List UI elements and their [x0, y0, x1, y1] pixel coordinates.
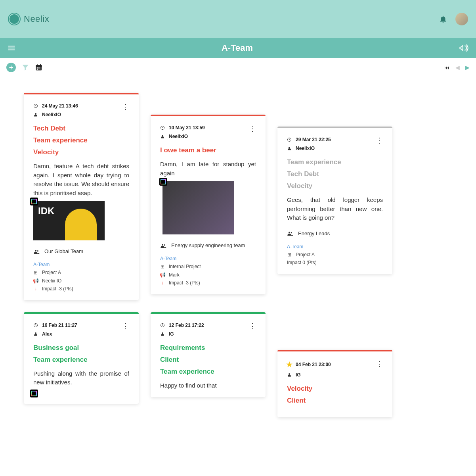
notifications-icon[interactable]: [439, 15, 447, 23]
svg-point-12: [162, 135, 163, 136]
hamburger-menu-icon[interactable]: [7, 44, 16, 52]
card-timestamp: 10 May 21 13:59: [160, 125, 205, 131]
svg-rect-5: [38, 67, 40, 69]
add-button[interactable]: +: [6, 63, 16, 72]
pagination-nav: ⏮ ◀ ▶: [444, 64, 470, 71]
feed-card: 10 May 21 13:59 NeelixIO ⋮ I owe team a …: [151, 115, 266, 294]
card-author: NeelixIO: [160, 134, 205, 139]
sub-header: A-Team: [0, 38, 476, 58]
card-author: IG: [160, 331, 204, 337]
speaker-icon: 📢: [160, 271, 165, 279]
giphy-badge-icon: [159, 178, 167, 186]
user-icon: [33, 112, 38, 117]
card-project: ⊞Project A: [287, 251, 383, 259]
brand-name: Neelix: [24, 14, 49, 24]
feed-card: 16 Feb 21 11:27 Alex ⋮ Business goal Tea…: [24, 312, 139, 404]
toolbar-left: +: [6, 63, 43, 72]
nav-prev-icon[interactable]: ◀: [455, 64, 460, 71]
team-icon: [33, 249, 39, 254]
card-author: Alex: [33, 331, 77, 337]
calendar-icon[interactable]: [35, 63, 43, 71]
user-icon: [160, 332, 165, 336]
tag: Team experience: [287, 158, 383, 166]
user-icon: [33, 332, 38, 336]
card-more-icon[interactable]: ⋮: [122, 322, 129, 330]
down-arrow-icon: ↓: [33, 285, 38, 293]
svg-point-16: [289, 147, 290, 148]
team-icon: [287, 230, 292, 236]
tag: Client: [287, 397, 383, 405]
tag: Velocity: [287, 182, 383, 190]
svg-point-23: [289, 373, 290, 375]
card-impact: ↓Impact -3 (Pts): [33, 285, 129, 293]
svg-point-17: [289, 232, 290, 233]
nav-first-icon[interactable]: ⏮: [444, 64, 450, 71]
card-team: Energy Leads: [287, 230, 383, 236]
nav-next-icon[interactable]: ▶: [465, 64, 470, 71]
card-body-text: Damn, I am late for standup yet again: [160, 160, 256, 178]
header-actions: [439, 13, 468, 25]
author-text: NeelixIO: [42, 112, 61, 117]
tag: Team experience: [33, 136, 129, 144]
feed-card: ★04 Feb 21 23:00 IG ⋮ Velocity Client: [277, 350, 392, 417]
tag: Business goal: [33, 344, 129, 352]
tag: Tech Debt: [33, 125, 129, 132]
card-more-icon[interactable]: ⋮: [249, 125, 256, 132]
svg-point-9: [35, 250, 36, 251]
user-avatar[interactable]: [455, 13, 468, 25]
tag: Requirements: [160, 344, 256, 352]
tag: Velocity: [287, 385, 383, 393]
card-more-icon[interactable]: ⋮: [376, 360, 383, 367]
user-icon: [287, 146, 292, 151]
feed-card: 24 May 21 13:46 NeelixIO ⋮ Tech Debt Tea…: [24, 93, 139, 300]
svg-rect-1: [36, 65, 42, 67]
card-team-link[interactable]: A-Team: [287, 243, 383, 251]
card-timestamp: 12 Feb 21 17:22: [160, 322, 204, 328]
card-timestamp: ★04 Feb 21 23:00: [287, 360, 331, 369]
svg-rect-3: [40, 64, 41, 66]
clock-icon: [160, 125, 165, 130]
card-author: NeelixIO: [287, 146, 331, 151]
card-team: Energy supply engineering team: [160, 242, 256, 248]
tag: Velocity: [33, 148, 129, 156]
logo[interactable]: Neelix: [8, 13, 49, 25]
toolbar: + ⏮ ◀ ▶: [0, 58, 476, 77]
team-name: Our Global Team: [44, 248, 83, 254]
svg-point-10: [37, 250, 38, 251]
card-body-text: Pushing along with the promise of new in…: [33, 369, 129, 387]
card-author: NeelixIO: [33, 112, 78, 117]
team-icon: [160, 243, 166, 248]
speaker-icon: 📢: [33, 277, 38, 285]
megaphone-icon[interactable]: [459, 43, 469, 53]
card-more-icon[interactable]: ⋮: [376, 137, 383, 144]
card-more-icon[interactable]: ⋮: [122, 103, 129, 110]
card-image[interactable]: [162, 181, 234, 234]
svg-point-18: [291, 232, 292, 233]
tag: Client: [160, 356, 256, 364]
clock-icon: [33, 323, 38, 328]
card-impact: Impact 0 (Pts): [287, 259, 383, 267]
card-more-icon[interactable]: ⋮: [249, 322, 256, 330]
svg-point-8: [35, 113, 36, 115]
tag: Tech Debt: [287, 170, 383, 178]
project-icon: ⊞: [33, 269, 38, 276]
down-arrow-icon: ↓: [160, 279, 165, 287]
logo-icon: [8, 13, 21, 25]
svg-point-13: [162, 244, 163, 246]
image-caption: IDK: [38, 205, 54, 217]
card-body-text: Happy to find out that: [160, 381, 256, 390]
card-team-link[interactable]: A-Team: [160, 255, 256, 263]
card-author: IG: [287, 372, 331, 378]
card-speaker: 📢Neelix IO: [33, 277, 129, 285]
svg-point-22: [162, 332, 163, 334]
star-icon: ★: [287, 360, 292, 369]
feed-card: 29 Mar 21 22:25 NeelixIO ⋮ Team experien…: [277, 127, 392, 274]
svg-point-20: [35, 332, 36, 334]
tag: I owe team a beer: [160, 146, 256, 154]
user-icon: [160, 134, 165, 139]
card-image[interactable]: IDK: [33, 201, 105, 240]
svg-rect-6: [37, 69, 38, 70]
card-team-link[interactable]: A-Team: [33, 261, 129, 269]
filter-icon[interactable]: [21, 63, 29, 71]
svg-rect-2: [37, 64, 38, 66]
